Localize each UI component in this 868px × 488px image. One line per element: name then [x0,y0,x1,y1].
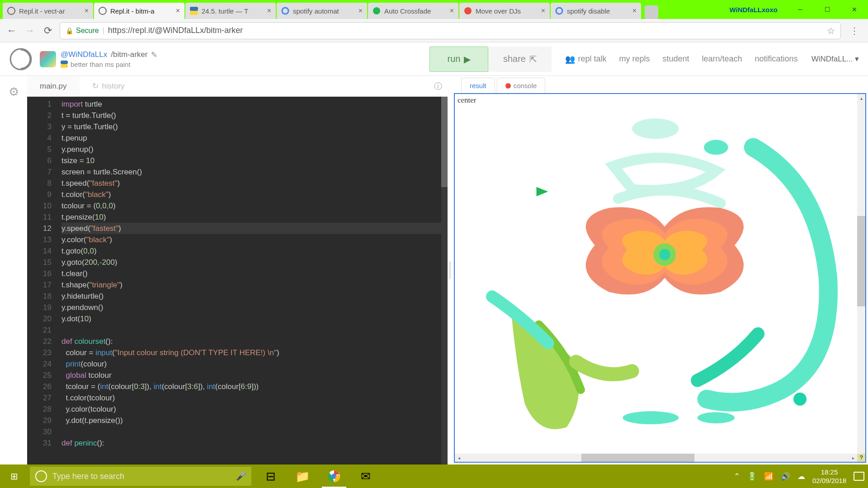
chrome-icon[interactable] [318,465,350,488]
canvas-vscroll-thumb[interactable] [857,216,865,306]
svg-point-15 [659,249,670,260]
svg-rect-9 [61,61,68,64]
close-window-button[interactable]: ✕ [841,0,868,19]
nav-learn-teach[interactable]: learn/teach [702,54,742,64]
replit-logo[interactable] [9,47,33,71]
mic-icon[interactable]: 🎤 [236,471,246,481]
onedrive-icon[interactable]: ☁ [797,472,805,481]
result-tab[interactable]: result [461,78,495,93]
tab-close-icon[interactable]: × [267,7,271,15]
tab-close-icon[interactable]: × [632,7,637,15]
repl-title-block: @WiNDfaLLx/bitm-arker ✎ better than ms p… [61,50,157,68]
vscroll-up-arrow[interactable]: ▴ [857,94,865,102]
svg-point-6 [464,7,472,14]
wifi-icon[interactable]: 📶 [764,472,774,481]
tab-close-icon[interactable]: × [541,7,545,15]
tab-title: Auto Crossfade [384,7,447,15]
start-button[interactable]: ⊞ [0,465,28,488]
volume-icon[interactable]: 🔊 [781,472,790,481]
tab-title: Repl.it - bitm-a [110,7,173,15]
share-button[interactable]: share⇱ [488,47,552,72]
tab-title: Repl.it - vect-ar [19,7,82,15]
history-icon: ↻ [92,81,99,91]
favicon [190,7,198,15]
browser-tabs: Repl.it - vect-ar×Repl.it - bitm-a×24.5.… [0,0,720,19]
editor-scroll-thumb[interactable] [441,97,448,187]
repl-subtitle: better than ms paint [71,61,131,68]
canvas-hscrollbar[interactable]: ◂ ▸ [455,454,857,462]
repl-owner-link[interactable]: @WiNDfaLLx [61,50,107,59]
favicon [7,7,15,15]
tab-close-icon[interactable]: × [450,7,454,15]
nav-notifications[interactable]: notifications [755,54,798,64]
svg-rect-10 [61,64,68,68]
bookmark-star-icon[interactable]: ☆ [827,25,835,36]
browser-tab[interactable]: spotify automat× [277,3,367,19]
hscroll-left-arrow[interactable]: ◂ [455,454,463,462]
browser-tab[interactable]: Repl.it - vect-ar× [3,3,93,19]
window-titlebar: Repl.it - vect-ar×Repl.it - bitm-a×24.5.… [0,0,868,19]
edit-name-icon[interactable]: ✎ [151,50,157,60]
file-explorer-icon[interactable]: 📁 [287,465,318,488]
top-nav: 👥repl talk my repls student learn/teach … [565,54,797,64]
console-tab[interactable]: console [497,78,546,93]
turtle-canvas[interactable]: center [454,93,866,463]
minimize-button[interactable]: ─ [787,0,814,19]
code-editor[interactable]: 1234567891011121314151617181920212223242… [27,97,448,465]
tab-close-icon[interactable]: × [85,7,89,15]
nav-my-repls[interactable]: my repls [619,54,650,64]
code-content[interactable]: import turtlet = turtle.Turtle()y = turt… [58,97,448,465]
hscroll-right-arrow[interactable]: ▸ [849,454,857,462]
info-icon[interactable]: ⓘ [434,81,442,92]
file-tab-bar: main.py ↻history ⓘ [27,76,448,97]
battery-icon[interactable]: 🔋 [747,472,757,481]
task-view-button[interactable]: ⊟ [255,465,287,488]
maximize-button[interactable]: ☐ [814,0,841,19]
svg-point-18 [698,412,735,423]
canvas-help-corner[interactable]: ? [857,454,865,462]
browser-menu-button[interactable]: ⋮ [846,25,863,36]
run-button[interactable]: run▶ [429,47,488,72]
user-avatar[interactable] [40,51,56,67]
tray-expand-icon[interactable]: ⌃ [734,472,740,481]
python-icon [61,61,68,68]
history-tab[interactable]: ↻history [80,76,137,96]
svg-point-1 [99,7,106,14]
canvas-center-label: center [458,96,476,105]
play-icon: ▶ [464,54,471,65]
windows-username: WiNDfaLLxoxo [720,6,787,14]
settings-gear-icon[interactable]: ⚙ [9,85,19,465]
nav-repl-talk[interactable]: 👥repl talk [565,54,606,64]
address-bar[interactable]: Secure | https://repl.it/@WiNDfaLLx/bitm… [60,22,841,39]
system-tray: ⌃ 🔋 📶 🔊 ☁ 18:25 02/09/2018 [734,468,868,485]
cortana-icon [35,470,47,482]
tab-close-icon[interactable]: × [359,7,363,15]
editor-scrollbar[interactable] [441,97,448,465]
browser-tab[interactable]: Move over DJs× [459,3,550,19]
pane-splitter[interactable] [448,76,452,465]
tab-title: spotify automat [293,7,356,15]
action-center-icon[interactable] [854,472,864,481]
canvas-vscrollbar[interactable]: ▴ [857,94,865,454]
file-tab-main[interactable]: main.py [27,76,80,96]
user-menu-dropdown[interactable]: WiNDfaLL... ▾ [811,54,859,64]
search-placeholder: Type here to search [52,472,231,481]
browser-tab[interactable]: Auto Crossfade× [368,3,458,19]
browser-tab[interactable]: 24.5. turtle — T× [185,3,276,19]
nav-student[interactable]: student [662,54,689,64]
canvas-hscroll-thumb[interactable] [581,454,694,462]
svg-point-16 [793,393,807,406]
browser-tab[interactable]: Repl.it - bitm-a× [94,3,184,19]
tab-close-icon[interactable]: × [176,7,180,15]
cortana-search[interactable]: Type here to search 🎤 [30,467,251,486]
mail-icon[interactable]: ✉ [350,465,382,488]
taskbar-clock[interactable]: 18:25 02/09/2018 [812,468,846,485]
svg-point-13 [704,140,728,155]
back-button[interactable]: ← [5,24,18,37]
favicon [555,7,563,15]
new-tab-button[interactable] [645,5,658,19]
stop-icon [505,83,511,89]
reload-button[interactable]: ⟳ [42,24,54,37]
browser-tab[interactable]: spotify disable× [551,3,641,19]
forward-button[interactable]: → [24,24,36,37]
